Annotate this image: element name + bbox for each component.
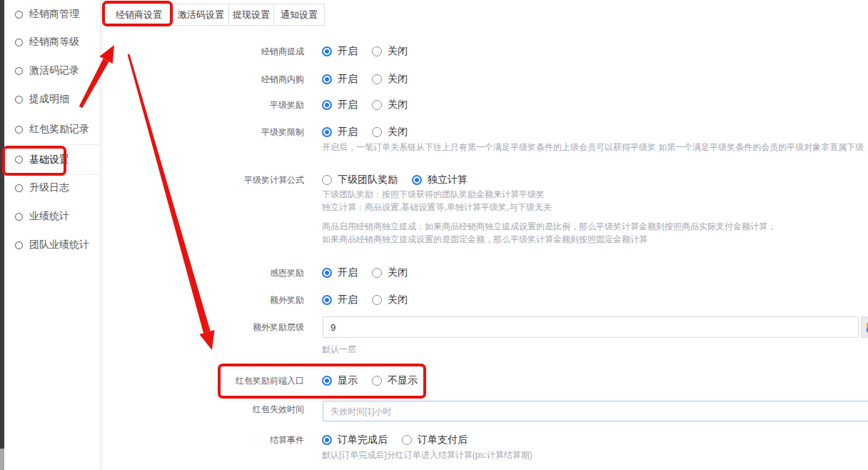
radio-checked-icon (322, 376, 332, 386)
radio-unchecked-icon (372, 295, 382, 305)
radio-label: 开启 (338, 45, 358, 58)
radio-label: 开启 (338, 73, 358, 86)
field-label: 结算事件 (171, 433, 304, 447)
radio-group: 显示 不显示 (322, 374, 432, 388)
radio-option-off[interactable]: 关闭 (372, 45, 408, 58)
radio-unchecked-icon (372, 100, 382, 110)
radio-checked-icon (322, 100, 332, 110)
radio-group: 开启 关闭 (322, 72, 422, 86)
formula-hint-1: 下级团队奖励：按照下级获得的团队奖励金额来计算平级奖 (322, 188, 545, 201)
radio-option-on[interactable]: 开启 (322, 99, 358, 111)
radio-checked-icon (322, 435, 332, 445)
circle-icon (15, 11, 23, 19)
radio-label: 下级团队奖励 (338, 174, 398, 186)
radio-option-off[interactable]: 关闭 (372, 99, 408, 111)
radio-unchecked-icon (402, 435, 412, 445)
form-row-dealer-commission: 经销商提成 开启 关闭 (0, 44, 868, 59)
radio-label: 关闭 (388, 294, 408, 306)
field-label: 红包失效时间 (171, 402, 304, 416)
field-label: 平级奖限制 (171, 125, 304, 139)
radio-unchecked-icon (372, 268, 382, 278)
radio-option-order-paid[interactable]: 订单支付后 (402, 434, 468, 446)
sidebar-item-dealer-manage[interactable]: 经销商管理 (4, 0, 100, 29)
radio-label: 独立计算 (428, 174, 468, 186)
formula-hint-3: 商品启用经销商独立提成：如果商品经销商独立提成设置的是比例，那么平级奖计算金额则… (322, 220, 776, 233)
radio-option-team-reward[interactable]: 下级团队奖励 (322, 174, 398, 186)
radio-option-order-complete[interactable]: 订单完成后 (322, 434, 388, 446)
radio-label: 关闭 (388, 126, 408, 139)
radio-label: 开启 (338, 294, 358, 306)
form-row-peer-reward-formula: 平级奖计算公式 下级团队奖励 独立计算 (0, 173, 868, 187)
radio-group: 开启 关闭 (322, 125, 422, 139)
radio-option-off[interactable]: 关闭 (372, 294, 408, 306)
settings-tabbar: 经销商设置 激活码设置 提现设置 通知设置 (104, 4, 325, 26)
radio-checked-icon (322, 295, 332, 305)
sidebar-item-label: 业绩统计 (29, 210, 69, 223)
field-label: 经销商内购 (171, 72, 304, 86)
radio-group: 开启 关闭 (322, 98, 422, 112)
formula-hint-2: 独立计算：商品设置,基础设置等,单独计算平级奖,与下级无关 (322, 201, 552, 214)
sidebar-item-label: 经销商管理 (29, 8, 79, 21)
radio-option-on[interactable]: 开启 (322, 266, 358, 279)
tab-activation-settings[interactable]: 激活码设置 (173, 4, 229, 26)
radio-label: 订单完成后 (338, 434, 388, 446)
field-label: 平级奖励 (171, 98, 304, 112)
radio-unchecked-icon (372, 127, 382, 137)
radio-label: 不显示 (388, 374, 418, 387)
form-row-settle-event: 结算事件 订单完成后 订单支付后 (0, 433, 868, 447)
radio-option-on[interactable]: 开启 (322, 126, 358, 139)
radio-option-independent[interactable]: 独立计算 (412, 174, 468, 186)
radio-group: 开启 关闭 (322, 44, 422, 59)
radio-option-on[interactable]: 开启 (322, 45, 358, 58)
radio-label: 开启 (338, 266, 358, 279)
radio-option-hide[interactable]: 不显示 (372, 374, 418, 387)
radio-checked-icon (322, 127, 332, 137)
form-row-peer-reward: 平级奖励 开启 关闭 (0, 98, 868, 112)
radio-label: 开启 (338, 126, 358, 139)
radio-group: 下级团队奖励 独立计算 (322, 173, 482, 187)
radio-option-off[interactable]: 关闭 (372, 266, 408, 279)
radio-label: 关闭 (388, 99, 408, 111)
sidebar: 经销商管理 经销商等级 激活码记录 提成明细 红包奖励记录 基础设置 升级日志 … (4, 0, 101, 470)
radio-label: 开启 (338, 99, 358, 111)
field-label: 平级奖计算公式 (171, 173, 304, 187)
radio-option-on[interactable]: 开启 (322, 73, 358, 86)
radio-option-show[interactable]: 显示 (322, 374, 358, 387)
radio-label: 订单支付后 (418, 434, 468, 446)
circle-icon (15, 213, 23, 221)
tab-dealer-settings[interactable]: 经销商设置 (104, 4, 173, 26)
radio-checked-icon (412, 175, 422, 185)
form-row-thanks-reward: 感恩奖励 开启 关闭 (0, 266, 868, 280)
radio-checked-icon (322, 268, 332, 278)
field-label: 额外奖励 (171, 293, 304, 307)
field-label: 经销商提成 (171, 44, 304, 59)
circle-icon (15, 241, 23, 249)
form-row-dealer-inner-buy: 经销商内购 开启 关闭 (0, 72, 868, 86)
field-label: 红包奖励前端入口 (171, 374, 304, 388)
tab-withdraw-settings[interactable]: 提现设置 (228, 4, 274, 26)
radio-label: 关闭 (388, 73, 408, 86)
extra-reward-level-input[interactable] (323, 316, 859, 338)
radio-unchecked-icon (372, 376, 382, 386)
radio-label: 显示 (338, 374, 358, 387)
radio-option-off[interactable]: 关闭 (372, 73, 408, 86)
radio-option-on[interactable]: 开启 (322, 294, 358, 306)
form-row-extra-reward: 额外奖励 开启 关闭 (0, 293, 868, 307)
settle-event-hint: 默认[订单完成后]分红订单进入结算计算(ps:计算结算期) (322, 449, 533, 461)
redpacket-expire-input[interactable] (323, 401, 868, 421)
sidebar-item-performance-stats[interactable]: 业绩统计 (4, 202, 100, 231)
input-stepper-addon[interactable] (861, 316, 868, 338)
radio-checked-icon (322, 46, 332, 56)
sidebar-item-basic-settings[interactable]: 基础设置 (4, 144, 100, 175)
radio-unchecked-icon (372, 46, 382, 56)
field-label: 额外奖励层级 (171, 320, 304, 334)
tab-notify-settings[interactable]: 通知设置 (273, 4, 325, 26)
extra-level-hint: 默认一层 (322, 343, 356, 356)
radio-option-off[interactable]: 关闭 (372, 126, 408, 139)
form-row-peer-reward-limit: 平级奖限制 开启 关闭 (0, 125, 868, 139)
formula-hint-4: 如果商品经销商独立提成设置的是固定金额，那么平级奖计算金额则按照固定金额计算 (322, 233, 647, 246)
sidebar-item-team-performance-stats[interactable]: 团队业绩统计 (4, 231, 100, 259)
peer-limit-hint: 开启后，一笔订单关系链从下往上只有第一个满足平级奖条件的上级会员可以获得平级奖 … (322, 141, 868, 154)
radio-unchecked-icon (322, 175, 332, 185)
sidebar-item-label: 基础设置 (29, 154, 69, 166)
